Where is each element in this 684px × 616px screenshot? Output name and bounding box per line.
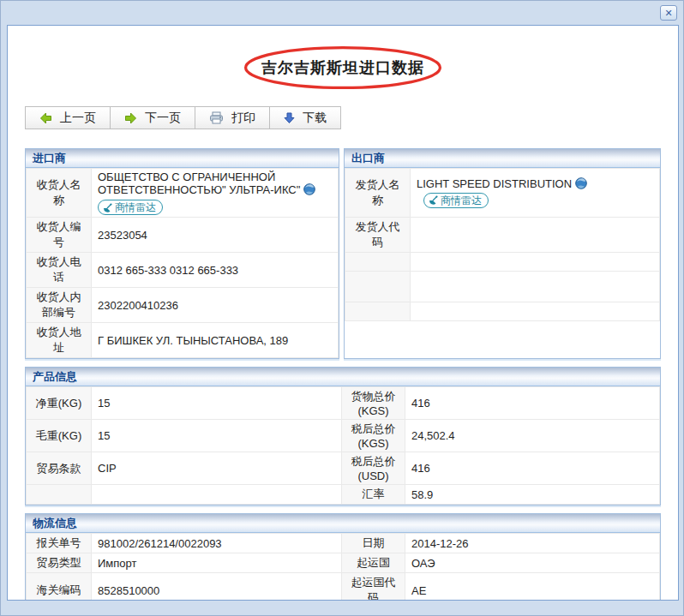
field-value: 58.9: [405, 485, 660, 505]
field-label: 贸易条款: [27, 452, 92, 485]
field-value: 15: [92, 387, 342, 420]
radar-badge[interactable]: 商情雷达: [98, 200, 163, 215]
arrow-right-icon: [124, 112, 137, 124]
field-value: 2302200410236: [92, 288, 339, 323]
table-row: 发货人代码: [345, 218, 660, 253]
field-value: CIP: [92, 452, 342, 485]
content-panel: 吉尔吉斯斯坦进口数据 上一页 下一页: [7, 25, 679, 601]
field-label: [345, 302, 411, 321]
importer-header: 进口商: [26, 149, 339, 168]
radar-badge-label: 商情雷达: [115, 200, 156, 214]
download-label: 下载: [303, 111, 327, 126]
field-value: AE: [405, 573, 660, 601]
field-value: [411, 253, 660, 272]
field-label: 海关编码: [27, 573, 92, 601]
title-row: 吉尔吉斯斯坦进口数据: [25, 45, 661, 91]
field-label: 报关单号: [27, 534, 92, 553]
download-button[interactable]: 下载: [269, 106, 341, 129]
field-label: 起运国: [342, 553, 405, 573]
exporter-header: 出口商: [345, 149, 660, 168]
table-row: 收货人名称 ОБЩЕТСТВО С ОГРАНИЧЕННОЙ ОТВЕТСТВЕ…: [27, 169, 339, 218]
field-value: 981002/261214/0022093: [92, 534, 342, 553]
field-value: 24,502.4: [405, 420, 660, 452]
trader-section: 进口商 收货人名称 ОБЩЕТСТВО С ОГРАНИЧЕННОЙ ОТВЕТ…: [25, 141, 661, 359]
field-label: [27, 485, 92, 505]
field-value: Импорт: [92, 553, 342, 573]
field-label: 税后总价 (KGS): [342, 420, 405, 452]
field-value: 15: [92, 420, 342, 452]
product-section: 产品信息 净重(KG) 15 货物总价 (KGS) 416 毛重(KG) 15 …: [25, 367, 661, 505]
print-button[interactable]: 打印: [195, 106, 270, 129]
logistics-header: 物流信息: [26, 514, 660, 533]
field-value: 416: [405, 387, 660, 420]
field-label: 收货人名称: [27, 169, 92, 218]
product-table: 净重(KG) 15 货物总价 (KGS) 416 毛重(KG) 15 税后总价 …: [26, 386, 660, 505]
field-value: ОАЭ: [405, 553, 660, 573]
table-row: 贸易类型 Импорт 起运国 ОАЭ: [27, 553, 660, 573]
table-row: [345, 302, 660, 321]
field-value: Г БИШКЕК УЛ. ТЫНЫСТАНОВА, 189: [92, 323, 339, 358]
field-label: 货物总价 (KGS): [342, 387, 405, 420]
logistics-table: 报关单号 981002/261214/0022093 日期 2014-12-26…: [26, 533, 660, 601]
prev-page-button[interactable]: 上一页: [25, 106, 111, 129]
field-label: [345, 253, 411, 272]
page-title: 吉尔吉斯斯坦进口数据: [261, 59, 424, 76]
print-label: 打印: [231, 111, 255, 126]
table-row: 收货人编号 23523054: [27, 218, 339, 253]
table-row: 发货人名称 LIGHT SPEED DISTRIBUTION 商情雷达: [345, 169, 660, 218]
field-label: 贸易类型: [27, 553, 92, 573]
field-label: 税后总价 (USD): [342, 452, 405, 485]
globe-icon[interactable]: [303, 183, 315, 198]
importer-section: 进口商 收货人名称 ОБЩЕТСТВО С ОГРАНИЧЕННОЙ ОТВЕТ…: [25, 148, 339, 359]
table-row: 收货人地址 Г БИШКЕК УЛ. ТЫНЫСТАНОВА, 189: [27, 323, 339, 358]
exporter-table: 发货人名称 LIGHT SPEED DISTRIBUTION 商情雷达: [345, 168, 660, 321]
arrow-down-icon: [284, 112, 295, 124]
field-value: 2014-12-26: [405, 534, 660, 553]
shipper-name-value: LIGHT SPEED DISTRIBUTION: [417, 177, 572, 190]
toolbar: 上一页 下一页 打印 下载: [25, 106, 341, 129]
table-row: 贸易条款 CIP 税后总价 (USD) 416: [27, 452, 660, 485]
radar-badge[interactable]: 商情雷达: [423, 193, 489, 208]
globe-icon[interactable]: [575, 177, 587, 192]
radar-icon: [103, 203, 112, 212]
table-row: [345, 253, 660, 272]
logistics-section: 物流信息 报关单号 981002/261214/0022093 日期 2014-…: [25, 513, 661, 601]
product-header: 产品信息: [26, 368, 660, 386]
close-icon[interactable]: ✕: [660, 5, 677, 21]
field-label: 发货人名称: [345, 169, 411, 218]
table-row: 报关单号 981002/261214/0022093 日期 2014-12-26: [27, 534, 660, 553]
dialog-window: ✕ 吉尔吉斯斯坦进口数据 上一页 下一页: [0, 0, 684, 616]
field-label: 收货人编号: [27, 218, 92, 253]
table-row: 净重(KG) 15 货物总价 (KGS) 416: [27, 387, 660, 420]
table-row: 毛重(KG) 15 税后总价 (KGS) 24,502.4: [27, 420, 660, 452]
field-label: 汇率: [342, 485, 405, 505]
table-row: 收货人电话 0312 665-333 0312 665-333: [27, 253, 339, 288]
field-label: 净重(KG): [27, 387, 92, 420]
title-annotation: 吉尔吉斯斯坦进口数据: [232, 45, 453, 91]
field-label: 收货人电话: [27, 253, 92, 288]
field-label: [345, 272, 411, 302]
next-page-button[interactable]: 下一页: [110, 106, 195, 129]
prev-page-label: 上一页: [60, 111, 96, 126]
radar-icon: [429, 195, 438, 205]
radar-badge-label: 商情雷达: [441, 194, 482, 207]
field-value: 23523054: [92, 218, 339, 253]
arrow-left-icon: [39, 112, 52, 124]
table-row: 收货人内部编号 2302200410236: [27, 288, 339, 323]
printer-icon: [209, 111, 224, 124]
field-value: [411, 218, 660, 253]
field-label: 起运国代码: [342, 573, 405, 601]
field-value: 0312 665-333 0312 665-333: [92, 253, 339, 288]
field-value: 8528510000: [92, 573, 342, 601]
field-label: 毛重(KG): [27, 420, 92, 452]
field-value: 416: [405, 452, 660, 485]
field-label: 日期: [342, 534, 405, 553]
field-value: [411, 302, 660, 321]
consignee-name-value: ОБЩЕТСТВО С ОГРАНИЧЕННОЙ ОТВЕТСТВЕННОСТЬ…: [98, 170, 300, 196]
field-value: ОБЩЕТСТВО С ОГРАНИЧЕННОЙ ОТВЕТСТВЕННОСТЬ…: [92, 169, 339, 218]
table-row: 汇率 58.9: [27, 485, 660, 505]
field-label: 发货人代码: [345, 218, 411, 253]
field-value: [92, 485, 342, 505]
radar-badge-row: 商情雷达: [98, 200, 332, 215]
field-label: 收货人内部编号: [27, 288, 92, 323]
